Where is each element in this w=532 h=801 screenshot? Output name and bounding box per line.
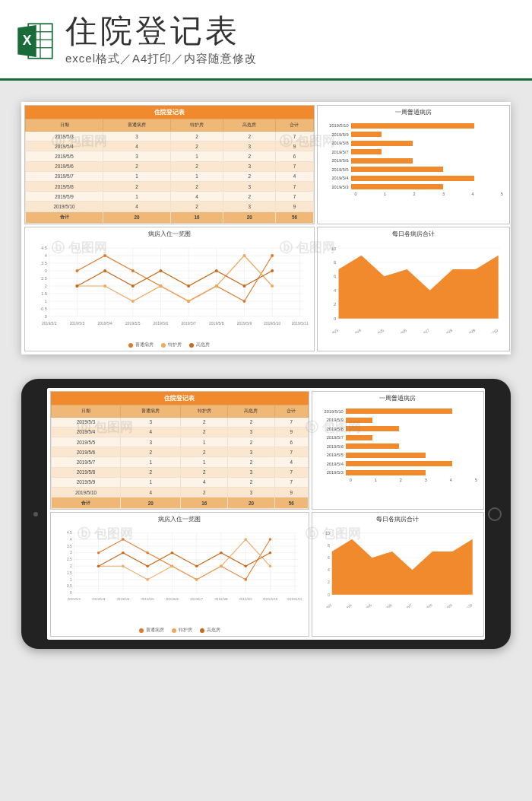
svg-text:1.5: 1.5: [41, 291, 47, 296]
bar-fill: [346, 418, 372, 423]
bar-fill: [346, 426, 399, 431]
legend-dot-icon: [139, 628, 144, 633]
table-cell: 6: [274, 437, 308, 447]
line-chart-panel: 病房入住一览图00.511.522.533.544.52019/5/22019/…: [24, 227, 315, 351]
svg-point-69: [242, 284, 245, 288]
bar-row: 2019/5/9: [314, 416, 479, 424]
table-cell: 2019/5/4: [52, 427, 121, 437]
weekly-bar-chart-panel: 一周普通病房2019/5/102019/5/92019/5/82019/5/72…: [312, 391, 484, 510]
table-cell: 7: [276, 192, 313, 202]
table-cell: 3: [228, 467, 275, 477]
svg-text:0: 0: [328, 593, 330, 597]
table-cell: 2: [170, 141, 223, 151]
svg-text:3: 3: [45, 269, 47, 273]
legend-label: 特护房: [168, 342, 182, 348]
bar-row: 2019/5/6: [314, 443, 479, 450]
svg-point-61: [242, 254, 245, 257]
bar-fill: [351, 149, 382, 154]
svg-text:2019/5/5: 2019/5/5: [125, 321, 141, 326]
legend-dot-icon: [172, 628, 176, 633]
svg-point-144: [220, 565, 223, 568]
svg-point-63: [75, 284, 78, 288]
bar-row: 2019/5/3: [314, 469, 479, 476]
table-row: 2019/5/33227: [26, 132, 314, 141]
table-cell: 3: [103, 132, 171, 141]
weekly-bar-chart-panel: 一周普通病房2019/5/102019/5/92019/5/82019/5/72…: [317, 105, 510, 224]
table-cell: 7: [274, 477, 308, 487]
svg-text:2019/5/8: 2019/5/8: [438, 328, 453, 333]
bar-axis-tick: 4: [450, 478, 452, 482]
table-header-cell: 日期: [26, 119, 103, 132]
svg-text:2019/5/8: 2019/5/8: [420, 603, 433, 608]
svg-text:4.5: 4.5: [41, 246, 47, 250]
table-row: 2019/5/62237: [52, 447, 309, 457]
bar-fill: [351, 176, 474, 181]
table-cell: 2: [223, 132, 276, 141]
bar-axis-tick: 1: [375, 478, 377, 482]
svg-point-132: [122, 539, 125, 542]
table-cell: 2: [223, 151, 276, 161]
svg-point-65: [131, 284, 135, 288]
svg-point-47: [75, 269, 78, 272]
area-chart-panel: 每日各病房合计02468102019/5/32019/5/42019/5/520…: [317, 227, 510, 351]
legend-item: 普通病房: [139, 628, 164, 634]
svg-text:2019/5/10: 2019/5/10: [264, 321, 280, 326]
bar-axis-tick: 3: [442, 192, 445, 196]
area-chart: 02468102019/5/32019/5/42019/5/52019/5/62…: [315, 529, 480, 608]
table-cell: 2019/5/4: [26, 141, 103, 151]
table-cell: 2: [121, 467, 181, 477]
table-row: 2019/5/104239: [52, 488, 309, 497]
bar-row: 2019/5/6: [319, 157, 505, 164]
table-header-cell: 高危房: [223, 119, 276, 132]
tablet-frame: 住院登记表日期普通病房特护房高危房合计2019/5/332272019/5/44…: [21, 379, 511, 650]
svg-text:X: X: [23, 33, 32, 48]
bar-label: 2019/5/8: [314, 427, 346, 431]
table-row: 2019/5/53126: [26, 151, 314, 161]
bar-row: 2019/5/5: [314, 451, 479, 459]
table-cell: 2: [223, 171, 276, 181]
bar-fill: [351, 167, 443, 172]
table-total-cell: 56: [274, 497, 308, 509]
line-chart-title: 病房入住一览图: [25, 227, 314, 240]
legend-label: 普通病房: [135, 342, 154, 348]
svg-text:2: 2: [334, 302, 336, 307]
table-cell: 2019/5/5: [26, 151, 103, 161]
bar-axis-tick: 3: [425, 478, 427, 482]
table-cell: 2: [170, 161, 223, 171]
svg-text:2019/5/3: 2019/5/3: [70, 321, 85, 326]
svg-point-137: [244, 578, 247, 581]
bar-label: 2019/5/6: [319, 158, 351, 163]
svg-text:2: 2: [328, 580, 330, 585]
svg-text:2019/5/7: 2019/5/7: [415, 328, 430, 333]
table-cell: 2: [228, 457, 275, 467]
table-cell: 2019/5/7: [52, 457, 121, 467]
svg-text:4: 4: [334, 288, 337, 293]
table-row: 2019/5/44239: [26, 141, 314, 151]
svg-point-60: [215, 284, 218, 288]
table-cell: 2019/5/9: [52, 477, 121, 487]
registration-table-panel: 住院登记表日期普通病房特护房高危房合计2019/5/332272019/5/44…: [50, 391, 309, 510]
svg-text:2019/5/6: 2019/5/6: [379, 603, 393, 608]
legend-label: 特护房: [179, 628, 192, 634]
table-cell: 2: [103, 161, 171, 171]
table-total-cell: 20: [121, 497, 181, 509]
table-cell: 3: [121, 417, 181, 427]
svg-point-59: [187, 300, 190, 303]
table-cell: 2: [228, 477, 275, 487]
table-cell: 6: [276, 151, 313, 161]
bar-axis-tick: 2: [400, 478, 402, 482]
svg-point-53: [242, 300, 245, 303]
table-cell: 7: [276, 181, 313, 191]
table-total-cell: 合计: [26, 211, 103, 223]
svg-text:2019/5/7: 2019/5/7: [181, 321, 196, 326]
spreadsheet-preview: 住院登记表日期普通病房特护房高危房合计2019/5/332272019/5/44…: [21, 102, 511, 354]
svg-text:2019/5/11: 2019/5/11: [292, 321, 309, 326]
table-cell: 3: [103, 151, 171, 161]
bar-label: 2019/5/5: [319, 167, 351, 172]
registration-table: 日期普通病房特护房高危房合计2019/5/332272019/5/4423920…: [25, 119, 314, 224]
svg-point-57: [131, 300, 135, 303]
svg-point-54: [271, 254, 274, 257]
table-cell: 4: [103, 141, 171, 151]
svg-point-146: [269, 565, 272, 568]
table-cell: 1: [121, 477, 181, 487]
